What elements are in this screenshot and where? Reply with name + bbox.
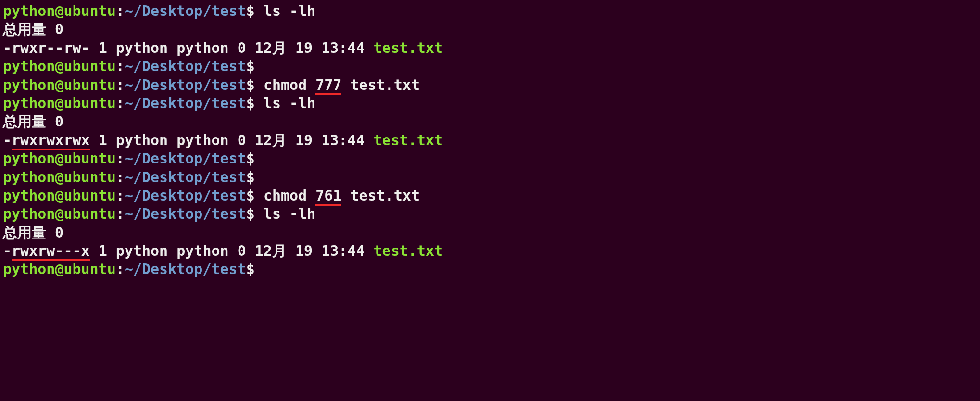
prompt-line[interactable]: python@ubuntu:~/Desktop/test$ (3, 260, 977, 278)
file-meta: 1 python python 0 12月 19 13:44 (90, 39, 374, 56)
file-listing: -rwxr--rw- 1 python python 0 12月 19 13:4… (3, 39, 977, 57)
file-meta: 1 python python 0 12月 19 13:44 (90, 132, 374, 149)
command-text: ls -lh (264, 2, 315, 19)
prompt-path: ~/Desktop/test (125, 95, 246, 112)
prompt-end: $ (246, 187, 255, 204)
prompt-user: python@ubuntu (3, 187, 116, 204)
prompt-sep: : (116, 58, 125, 75)
prompt-end: $ (246, 95, 255, 112)
prompt-path: ~/Desktop/test (125, 150, 246, 167)
file-listing: -rwxrwxrwx 1 python python 0 12月 19 13:4… (3, 131, 977, 150)
output-total: 总用量 0 (3, 113, 977, 131)
prompt-user: python@ubuntu (3, 261, 116, 277)
prompt-path: ~/Desktop/test (125, 187, 246, 204)
prompt-line: python@ubuntu:~/Desktop/test$ (3, 168, 977, 187)
file-name: test.txt (374, 39, 443, 56)
prompt-user: python@ubuntu (3, 95, 116, 112)
prompt-line: python@ubuntu:~/Desktop/test$ chmod 777 … (3, 76, 977, 94)
file-meta: 1 python python 0 12月 19 13:44 (90, 242, 374, 259)
output-total: 总用量 0 (3, 20, 977, 38)
file-name: test.txt (374, 242, 443, 259)
file-listing: -rwxrw---x 1 python python 0 12月 19 13:4… (3, 242, 977, 260)
prompt-path: ~/Desktop/test (125, 261, 246, 277)
prompt-line: python@ubuntu:~/Desktop/test$ (3, 57, 977, 75)
command-text: chmod (264, 187, 315, 204)
output-total: 总用量 0 (3, 224, 977, 242)
prompt-line: python@ubuntu:~/Desktop/test$ ls -lh (3, 94, 977, 113)
prompt-sep: : (116, 169, 125, 186)
command-text: test.txt (341, 76, 420, 93)
prompt-end: $ (246, 150, 255, 167)
prompt-user: python@ubuntu (3, 2, 116, 19)
file-perms: -rwxr--rw- (3, 39, 90, 56)
prompt-line: python@ubuntu:~/Desktop/test$ ls -lh (3, 2, 977, 20)
command-text: chmod (264, 76, 315, 93)
command-text: test.txt (341, 187, 420, 204)
file-perms-dash: - (3, 242, 12, 259)
prompt-end: $ (246, 2, 255, 19)
prompt-end: $ (246, 261, 255, 277)
prompt-sep: : (116, 150, 125, 167)
prompt-line: python@ubuntu:~/Desktop/test$ ls -lh (3, 205, 977, 223)
prompt-sep: : (116, 261, 125, 277)
command-arg-highlight: 761 (315, 187, 341, 206)
prompt-path: ~/Desktop/test (125, 2, 246, 19)
prompt-user: python@ubuntu (3, 205, 116, 222)
prompt-user: python@ubuntu (3, 150, 116, 167)
prompt-path: ~/Desktop/test (125, 205, 246, 222)
prompt-sep: : (116, 187, 125, 204)
file-name: test.txt (374, 132, 443, 149)
file-perms-highlight: rwxrwxrwx (12, 132, 90, 150)
prompt-sep: : (116, 2, 125, 19)
prompt-sep: : (116, 95, 125, 112)
prompt-sep: : (116, 205, 125, 222)
prompt-end: $ (246, 76, 255, 93)
prompt-end: $ (246, 169, 255, 186)
file-perms-dash: - (3, 132, 12, 149)
prompt-end: $ (246, 58, 255, 75)
command-arg-highlight: 777 (315, 76, 341, 95)
prompt-line: python@ubuntu:~/Desktop/test$ (3, 150, 977, 168)
prompt-line: python@ubuntu:~/Desktop/test$ chmod 761 … (3, 187, 977, 205)
prompt-user: python@ubuntu (3, 76, 116, 93)
prompt-user: python@ubuntu (3, 169, 116, 186)
terminal[interactable]: python@ubuntu:~/Desktop/test$ ls -lh总用量 … (0, 0, 980, 281)
prompt-path: ~/Desktop/test (125, 169, 246, 186)
command-text: ls -lh (264, 205, 315, 222)
prompt-user: python@ubuntu (3, 58, 116, 75)
prompt-end: $ (246, 205, 255, 222)
command-text: ls -lh (264, 95, 315, 112)
prompt-sep: : (116, 76, 125, 93)
file-perms-highlight: rwxrw---x (12, 242, 90, 261)
prompt-path: ~/Desktop/test (125, 58, 246, 75)
prompt-path: ~/Desktop/test (125, 76, 246, 93)
